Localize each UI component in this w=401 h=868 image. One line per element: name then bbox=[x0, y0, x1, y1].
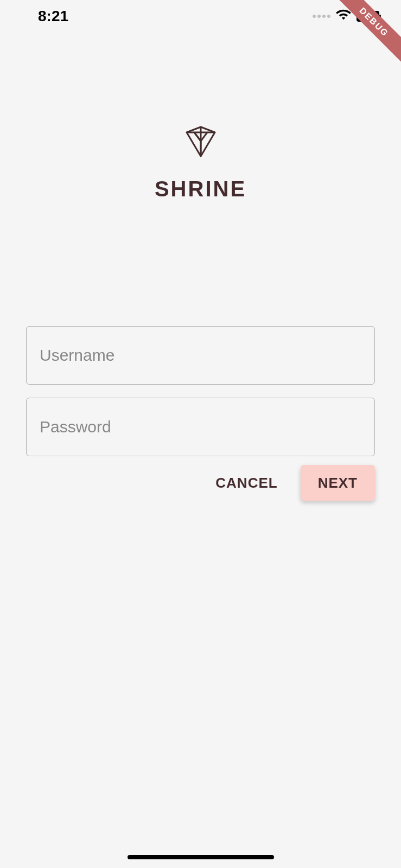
button-row: CANCEL NEXT bbox=[26, 465, 375, 501]
login-form: CANCEL NEXT bbox=[26, 326, 375, 501]
username-input[interactable] bbox=[26, 326, 375, 385]
status-bar: 8:21 bbox=[0, 0, 401, 33]
cancel-button[interactable]: CANCEL bbox=[202, 465, 290, 501]
brand-title: SHRINE bbox=[155, 177, 246, 201]
status-time: 8:21 bbox=[38, 8, 68, 25]
login-content: SHRINE CANCEL NEXT bbox=[0, 33, 401, 501]
diamond-icon bbox=[184, 125, 217, 161]
next-button[interactable]: NEXT bbox=[301, 465, 375, 501]
home-indicator[interactable] bbox=[128, 855, 274, 859]
password-input[interactable] bbox=[26, 398, 375, 456]
cellular-icon bbox=[313, 15, 330, 18]
logo-section: SHRINE bbox=[26, 125, 375, 201]
